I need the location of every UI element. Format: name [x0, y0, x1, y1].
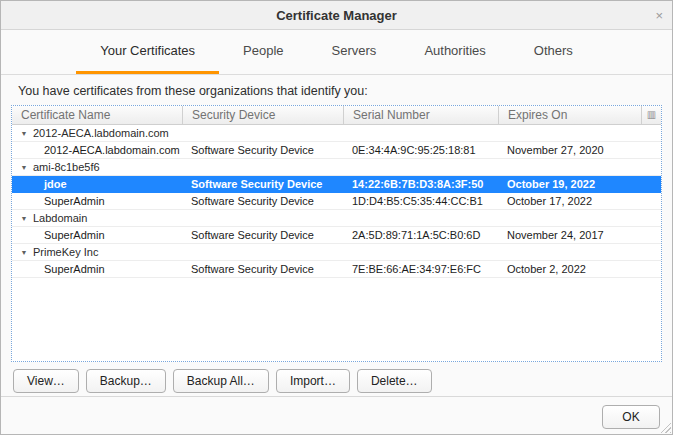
import-button[interactable]: Import…: [276, 369, 350, 393]
cell-empty: [343, 159, 498, 175]
cell-certificate-name: 2012-AECA.labdomain.com: [12, 142, 182, 158]
cell-picker-spacer: [641, 261, 661, 277]
view-button[interactable]: View…: [13, 369, 79, 393]
cell-empty: [498, 159, 641, 175]
cell-certificate-name: ▼2012-AECA.labdomain.com: [12, 125, 182, 141]
certificate-manager-dialog: Certificate Manager × Your CertificatesP…: [0, 0, 673, 435]
column-picker-icon[interactable]: ▥: [641, 106, 661, 124]
cell-empty: [182, 210, 343, 226]
group-row-ami-8c1be5f6[interactable]: ▼ami-8c1be5f6: [12, 159, 661, 176]
cell-serial-number: 1D:D4:B5:C5:35:44:CC:B1: [343, 193, 498, 209]
cell-empty: [343, 125, 498, 141]
cell-picker-spacer: [641, 227, 661, 243]
cell-empty: [343, 244, 498, 260]
cell-serial-number: 2A:5D:89:71:1A:5C:B0:6D: [343, 227, 498, 243]
tab-strip: Your CertificatesPeopleServersAuthoritie…: [1, 30, 672, 75]
cell-empty: [182, 244, 343, 260]
column-header-certificate-name[interactable]: Certificate Name: [12, 106, 182, 124]
action-buttons: View…Backup…Backup All…Import…Delete…: [1, 362, 672, 393]
cell-serial-number: 14:22:6B:7B:D3:8A:3F:50: [343, 176, 498, 192]
tab-people[interactable]: People: [219, 30, 307, 74]
cell-empty: [343, 210, 498, 226]
tab-your-certificates[interactable]: Your Certificates: [76, 30, 219, 74]
cell-empty: [641, 159, 661, 175]
expand-triangle-icon[interactable]: ▼: [18, 126, 30, 141]
cell-serial-number: 0E:34:4A:9C:95:25:18:81: [343, 142, 498, 158]
cell-empty: [498, 125, 641, 141]
cell-expires-on: November 27, 2020: [498, 142, 641, 158]
cell-certificate-name: ▼PrimeKey Inc: [12, 244, 182, 260]
certificate-row-superadmin[interactable]: SuperAdminSoftware Security Device1D:D4:…: [12, 193, 661, 210]
titlebar: Certificate Manager ×: [1, 1, 672, 30]
intro-text: You have certificates from these organiz…: [1, 75, 672, 105]
column-header-serial-number[interactable]: Serial Number: [343, 106, 498, 124]
ok-button[interactable]: OK: [602, 405, 660, 429]
cell-expires-on: November 24, 2017: [498, 227, 641, 243]
group-name: ami-8c1be5f6: [33, 161, 100, 173]
column-header-expires-on[interactable]: Expires On: [498, 106, 641, 124]
column-header-security-device[interactable]: Security Device: [182, 106, 343, 124]
cell-certificate-name: jdoe: [12, 176, 182, 192]
certificate-row-superadmin[interactable]: SuperAdminSoftware Security Device7E:BE:…: [12, 261, 661, 278]
cell-empty: [641, 244, 661, 260]
group-row-primekey-inc[interactable]: ▼PrimeKey Inc: [12, 244, 661, 261]
group-row-labdomain[interactable]: ▼Labdomain: [12, 210, 661, 227]
cell-empty: [182, 159, 343, 175]
certificate-row-superadmin[interactable]: SuperAdminSoftware Security Device2A:5D:…: [12, 227, 661, 244]
cell-expires-on: October 2, 2022: [498, 261, 641, 277]
cell-picker-spacer: [641, 176, 661, 192]
cell-serial-number: 7E:BE:66:AE:34:97:E6:FC: [343, 261, 498, 277]
cell-certificate-name: SuperAdmin: [12, 227, 182, 243]
cell-security-device: Software Security Device: [182, 176, 343, 192]
tab-authorities[interactable]: Authorities: [400, 30, 509, 74]
cell-empty: [641, 125, 661, 141]
cell-empty: [498, 210, 641, 226]
certificate-row-jdoe[interactable]: jdoeSoftware Security Device14:22:6B:7B:…: [12, 176, 661, 193]
expand-triangle-icon[interactable]: ▼: [18, 160, 30, 175]
cell-certificate-name: SuperAdmin: [12, 193, 182, 209]
cell-certificate-name: ▼Labdomain: [12, 210, 182, 226]
certificate-row-2012-aeca-labdomain-com[interactable]: 2012-AECA.labdomain.comSoftware Security…: [12, 142, 661, 159]
cell-security-device: Software Security Device: [182, 142, 343, 158]
window-title: Certificate Manager: [276, 8, 397, 23]
group-row-2012-aeca-labdomain-com[interactable]: ▼2012-AECA.labdomain.com: [12, 125, 661, 142]
group-name: Labdomain: [33, 212, 87, 224]
expand-triangle-icon[interactable]: ▼: [18, 211, 30, 226]
cell-security-device: Software Security Device: [182, 193, 343, 209]
cell-empty: [498, 244, 641, 260]
cell-certificate-name: ▼ami-8c1be5f6: [12, 159, 182, 175]
backup-all-button[interactable]: Backup All…: [173, 369, 269, 393]
delete-button[interactable]: Delete…: [357, 369, 432, 393]
cell-picker-spacer: [641, 142, 661, 158]
expand-triangle-icon[interactable]: ▼: [18, 245, 30, 260]
cell-security-device: Software Security Device: [182, 227, 343, 243]
group-name: 2012-AECA.labdomain.com: [33, 127, 169, 139]
group-name: PrimeKey Inc: [33, 246, 98, 258]
cell-empty: [641, 210, 661, 226]
close-icon[interactable]: ×: [655, 9, 663, 22]
backup-button[interactable]: Backup…: [86, 369, 166, 393]
cell-expires-on: October 17, 2022: [498, 193, 641, 209]
cell-picker-spacer: [641, 193, 661, 209]
table-body: ▼2012-AECA.labdomain.com2012-AECA.labdom…: [12, 125, 661, 361]
tab-others[interactable]: Others: [510, 30, 597, 74]
tab-servers[interactable]: Servers: [308, 30, 401, 74]
cell-empty: [182, 125, 343, 141]
table-header: Certificate NameSecurity DeviceSerial Nu…: [12, 106, 661, 125]
cell-certificate-name: SuperAdmin: [12, 261, 182, 277]
footer: OK: [1, 397, 672, 429]
certificates-table: Certificate NameSecurity DeviceSerial Nu…: [11, 105, 662, 362]
cell-security-device: Software Security Device: [182, 261, 343, 277]
cell-expires-on: October 19, 2022: [498, 176, 641, 192]
